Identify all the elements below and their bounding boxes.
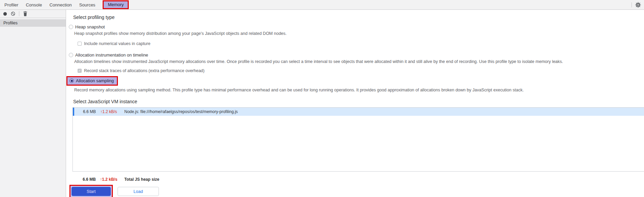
- vm-instance-heading: Select JavaScript VM instance: [73, 99, 644, 104]
- toolbar-divider: [19, 11, 19, 16]
- start-button-annotation: Start: [69, 185, 113, 197]
- option-description: Record memory allocations using sampling…: [74, 88, 644, 92]
- trash-icon[interactable]: [23, 11, 27, 16]
- checkbox-label: Include numerical values in capture: [84, 41, 150, 46]
- total-heap-label: Total JS heap size: [124, 177, 159, 182]
- total-heap-size: 6.6 MB: [83, 177, 100, 182]
- tab-sources[interactable]: Sources: [79, 1, 96, 9]
- checkbox-label: Record stack traces of allocations (extr…: [84, 68, 205, 73]
- profiling-type-heading: Select profiling type: [73, 15, 644, 20]
- memory-panel-content: Select profiling type Heap snapshot Heap…: [66, 10, 644, 197]
- radio-option-heap-snapshot[interactable]: Heap snapshot: [69, 24, 644, 29]
- radio-icon[interactable]: [69, 25, 73, 29]
- tab-profiler[interactable]: Profiler: [4, 1, 19, 9]
- start-button[interactable]: Start: [71, 187, 111, 196]
- total-allocation-rate: ↑1.2 kB/s: [100, 177, 124, 182]
- tab-connection[interactable]: Connection: [49, 1, 72, 9]
- checkbox-include-numerical-values[interactable]: Include numerical values in capture: [78, 41, 644, 46]
- option-description: Allocation timelines show instrumented J…: [74, 59, 644, 64]
- record-icon[interactable]: [3, 12, 7, 16]
- heap-totals: 6.6 MB ↑1.2 kB/s Total JS heap size: [83, 177, 644, 182]
- option-label: Allocation instrumentation on timeline: [75, 52, 148, 58]
- vm-allocation-rate: ↑1.2 kB/s: [100, 109, 124, 114]
- vm-instance-list: 6.6 MB ↑1.2 kB/s Node.js: file:///home/r…: [72, 107, 644, 172]
- radio-option-allocation-timeline[interactable]: Allocation instrumentation on timeline: [69, 52, 644, 58]
- checkbox-record-stack-traces: Record stack traces of allocations (extr…: [78, 68, 644, 73]
- checkbox-icon[interactable]: [78, 42, 82, 46]
- option-description: Heap snapshot profiles show memory distr…: [74, 31, 644, 36]
- radio-option-allocation-sampling[interactable]: Allocation sampling: [66, 76, 118, 86]
- option-label: Allocation sampling: [76, 78, 114, 83]
- toolbar-divider: [631, 2, 632, 7]
- load-button[interactable]: Load: [118, 187, 159, 196]
- clear-icon[interactable]: [11, 12, 15, 16]
- option-label: Heap snapshot: [75, 24, 105, 29]
- radio-checked-icon[interactable]: [69, 79, 74, 83]
- vm-heap-size: 6.6 MB: [83, 109, 100, 114]
- profiles-sidebar: Profiles: [0, 10, 66, 197]
- radio-icon[interactable]: [69, 53, 73, 57]
- profiles-toolbar: [0, 10, 66, 18]
- vm-instance-name: Node.js: file:///home/rafaelgss/repos/os…: [124, 109, 238, 114]
- checkbox-icon: [78, 69, 82, 73]
- tab-memory[interactable]: Memory: [103, 0, 129, 9]
- tab-console[interactable]: Console: [25, 1, 43, 9]
- gear-icon[interactable]: [635, 2, 641, 8]
- devtools-tab-bar: Profiler Console Connection Sources Memo…: [0, 0, 644, 10]
- vm-instance-row[interactable]: 6.6 MB ↑1.2 kB/s Node.js: file:///home/r…: [73, 108, 644, 116]
- action-buttons: Start Load: [69, 185, 644, 197]
- tabbar-right-controls: [631, 2, 644, 8]
- sidebar-item-profiles[interactable]: Profiles: [0, 19, 66, 27]
